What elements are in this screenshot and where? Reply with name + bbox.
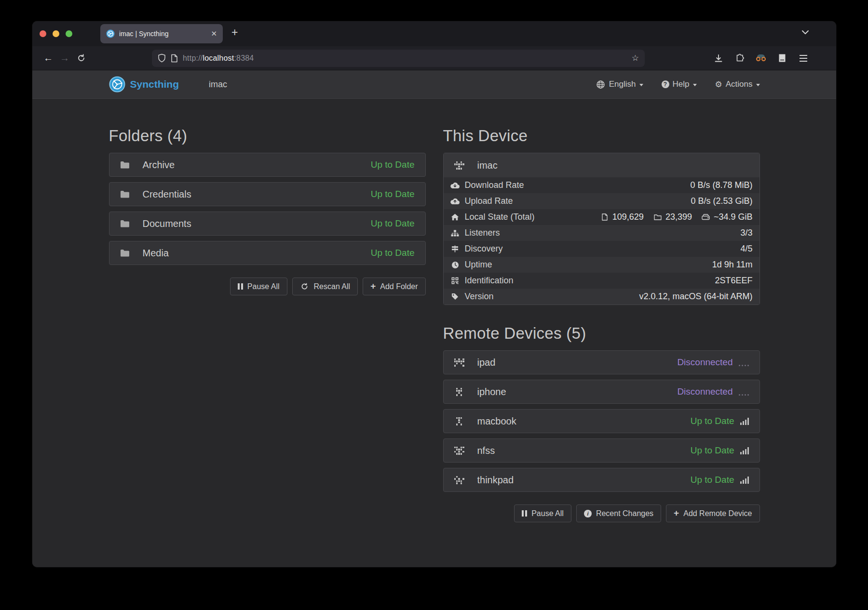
syncthing-logo-icon[interactable] (109, 76, 125, 93)
device-identicon (454, 388, 464, 396)
syncthing-navbar: Syncthing imac English ? Help (32, 70, 836, 99)
reader-document-icon[interactable] (775, 51, 789, 66)
cloud-upload-icon (450, 198, 460, 205)
device-status: Disconnected (677, 357, 748, 368)
signal-bars-icon (740, 447, 749, 454)
remote-device-row-macbook[interactable]: macbook Up to Date (443, 409, 760, 433)
extension-raccoon-icon[interactable] (754, 51, 768, 66)
clock-icon (450, 261, 460, 269)
bookmark-star-icon[interactable]: ☆ (632, 53, 639, 63)
device-identicon (454, 161, 464, 170)
tag-icon (450, 293, 460, 300)
traffic-lights (32, 30, 72, 37)
device-identicon (454, 358, 464, 367)
folder-name: Documents (143, 218, 191, 229)
language-menu[interactable]: English (596, 80, 643, 89)
rescan-all-button[interactable]: Rescan All (292, 278, 358, 295)
tab-title: imac | Syncthing (119, 30, 206, 38)
menu-hamburger-icon[interactable] (796, 51, 811, 66)
version-value: v2.0.12, macOS (64-bit ARM) (639, 292, 752, 302)
this-device-heading: This Device (443, 127, 760, 145)
brand-title[interactable]: Syncthing (130, 79, 179, 90)
home-icon (450, 213, 460, 221)
extensions-puzzle-icon[interactable] (732, 51, 747, 66)
pause-icon (238, 283, 243, 290)
download-rate-value: 0 B/s (8.78 MiB) (690, 180, 752, 190)
syncthing-favicon-icon (106, 29, 115, 38)
device-status: Up to Date (691, 445, 749, 456)
info-icon: i (584, 510, 592, 517)
identification-link[interactable]: 2ST6EEF (715, 276, 752, 286)
file-icon (600, 213, 610, 221)
plus-icon: + (674, 508, 679, 517)
downloads-icon[interactable] (711, 51, 726, 66)
folders-heading: Folders (4) (109, 127, 426, 145)
minimize-window-button[interactable] (53, 30, 59, 37)
folder-outline-icon (653, 214, 663, 220)
remote-devices-heading: Remote Devices (5) (443, 324, 760, 343)
new-tab-button[interactable]: + (231, 26, 238, 39)
refresh-icon (300, 283, 310, 290)
close-window-button[interactable] (40, 30, 46, 37)
help-question-icon: ? (662, 80, 669, 88)
this-device-row[interactable]: imac (444, 153, 760, 177)
chevron-down-icon (693, 84, 697, 86)
folder-row-credentials[interactable]: Credentials Up to Date (109, 182, 426, 206)
folder-row-archive[interactable]: Archive Up to Date (109, 153, 426, 177)
folder-status: Up to Date (371, 189, 415, 199)
pause-all-devices-button[interactable]: Pause All (514, 504, 571, 522)
device-name: nfss (477, 445, 495, 456)
folder-row-media[interactable]: Media Up to Date (109, 241, 426, 265)
remote-device-row-thinkpad[interactable]: thinkpad Up to Date (443, 468, 760, 492)
actions-menu[interactable]: ⚙ Actions (715, 80, 760, 89)
folder-name: Credentials (143, 189, 191, 200)
shield-icon[interactable] (158, 53, 166, 63)
device-status: Up to Date (691, 475, 749, 485)
local-state-value: 109,629 23,399 ~34.9 GiB (600, 212, 753, 222)
recent-changes-button[interactable]: i Recent Changes (576, 504, 661, 522)
url-bar[interactable]: http://localhost:8384 ☆ (152, 50, 645, 67)
page-info-icon[interactable] (171, 54, 178, 63)
folder-icon (120, 249, 130, 257)
upload-rate-row: Upload Rate 0 B/s (2.53 GiB) (444, 193, 760, 209)
qr-code-icon (450, 277, 460, 284)
browser-window: imac | Syncthing ✕ + ← → http://localhos… (32, 21, 836, 567)
browser-tab[interactable]: imac | Syncthing ✕ (100, 24, 223, 43)
zoom-window-button[interactable] (66, 30, 72, 37)
back-button[interactable]: ← (40, 50, 56, 66)
discovery-value: 4/5 (740, 244, 752, 254)
folder-icon (120, 161, 130, 169)
help-menu[interactable]: ? Help (662, 80, 697, 89)
hdd-icon (701, 214, 711, 220)
forward-button[interactable]: → (56, 50, 73, 66)
folder-status: Up to Date (371, 218, 415, 229)
device-status: Up to Date (691, 416, 749, 426)
device-name: iphone (477, 386, 506, 398)
url-text[interactable]: http://localhost:8384 (183, 54, 254, 63)
reload-button[interactable] (73, 50, 89, 66)
globe-icon (596, 80, 606, 89)
device-identicon (454, 447, 464, 455)
folder-icon (120, 190, 130, 198)
device-status: Disconnected (677, 386, 748, 397)
add-folder-button[interactable]: + Add Folder (363, 278, 425, 295)
device-name: thinkpad (477, 475, 514, 486)
folder-icon (120, 220, 130, 227)
chevron-down-icon (639, 84, 643, 86)
folder-status: Up to Date (371, 248, 415, 258)
syncthing-page: Syncthing imac English ? Help (32, 70, 836, 567)
remote-device-row-nfss[interactable]: nfss Up to Date (443, 438, 760, 463)
remote-device-row-ipad[interactable]: ipad Disconnected (443, 350, 760, 374)
add-remote-device-button[interactable]: + Add Remote Device (666, 504, 760, 522)
tab-list-chevron-icon[interactable] (801, 30, 809, 35)
signal-bars-icon (740, 477, 749, 484)
pause-all-folders-button[interactable]: Pause All (230, 278, 287, 295)
tab-close-icon[interactable]: ✕ (211, 29, 217, 38)
folder-row-documents[interactable]: Documents Up to Date (109, 212, 426, 236)
gear-icon: ⚙ (715, 80, 722, 89)
uptime-value: 1d 9h 11m (712, 260, 753, 270)
identification-row: Identification 2ST6EEF (444, 273, 760, 289)
signal-none-icon (739, 359, 749, 366)
remote-device-row-iphone[interactable]: iphone Disconnected (443, 380, 760, 404)
discovery-row: Discovery 4/5 (444, 241, 760, 257)
